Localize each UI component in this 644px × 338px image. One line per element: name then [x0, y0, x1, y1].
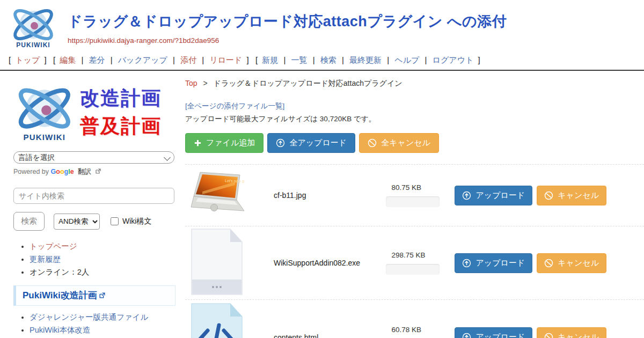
cancel-label: キャンセル — [558, 190, 599, 201]
top-navbar: [ トップ ] [ 編集 | 差分 | バックアップ | 添付 | リロード ]… — [0, 52, 644, 71]
sidebar-section-title[interactable]: PukiWiki改造計画 — [23, 290, 97, 300]
file-row: WikiSupportAddin082.exe 298.75 KB アップロード… — [185, 226, 644, 299]
cancel-button[interactable]: キャンセル — [537, 186, 606, 205]
cancel-label: キャンセル — [558, 332, 599, 338]
sidebar-logo[interactable]: PUKIWIKI 改造計画 普及計画 — [13, 79, 177, 145]
sidebar-logo-line2: 普及計画 — [80, 112, 162, 140]
upload-all-button[interactable]: 全アップロード — [267, 133, 355, 153]
page-url-link[interactable]: https://pukiwiki.dajya-ranger.com/?1bd2d… — [68, 36, 219, 45]
upload-circle-icon — [462, 333, 471, 338]
upload-label: アップロード — [475, 332, 525, 338]
nav-bracket: [ — [53, 55, 55, 64]
breadcrumb: Top > ドラッグ＆ドロップアップロード対応attachプラグイン — [185, 79, 644, 89]
sidebar-logo-line1: 改造計画 — [80, 84, 162, 112]
upload-button[interactable]: アップロード — [455, 186, 532, 205]
file-row: contents.html 60.78 KB アップロード キャンセル — [185, 299, 644, 338]
nav-link-logout[interactable]: ログアウト — [433, 55, 474, 64]
powered-by-label: Powered by — [13, 168, 49, 175]
nav-link-search[interactable]: 検索 — [320, 55, 336, 64]
sidebar-link-common-files[interactable]: ダジャレンジャー版共通ファイル — [30, 313, 148, 321]
nav-bracket: ] — [45, 55, 47, 64]
cancel-button[interactable]: キャンセル — [537, 253, 606, 273]
nav-link-diff[interactable]: 差分 — [89, 55, 105, 64]
sidebar-link-core-mods[interactable]: PukiWiki本体改造 — [30, 326, 91, 334]
google-translate-credit: Powered by Google 翻訳 — [13, 167, 177, 177]
nav-bracket: [ — [9, 55, 11, 64]
file-name: contents.html — [274, 333, 386, 338]
add-file-button[interactable]: ファイル追加 — [185, 133, 264, 153]
nav-separator: | — [387, 55, 389, 64]
nav-link-backup[interactable]: バックアップ — [118, 55, 167, 64]
site-search-input[interactable] — [13, 188, 174, 204]
wiki-syntax-checkbox[interactable] — [111, 217, 119, 225]
cancel-button[interactable]: キャンセル — [537, 327, 606, 338]
generic-file-icon — [189, 228, 244, 296]
nav-link-reload[interactable]: リロード — [209, 55, 242, 64]
wiki-syntax-label: Wiki構文 — [122, 217, 151, 226]
nav-separator: | — [111, 55, 113, 64]
list-item: PukiWiki本体改造 — [30, 325, 191, 335]
nav-separator: | — [81, 55, 83, 64]
nav-separator: | — [202, 55, 204, 64]
nav-link-help[interactable]: ヘルプ — [394, 55, 419, 64]
breadcrumb-separator: > — [203, 79, 207, 87]
page-title: ドラッグ＆ドロップアップロード対応attachプラグイン への添付 — [68, 12, 507, 31]
nav-separator: | — [342, 55, 344, 64]
nav-bracket: ] — [247, 55, 249, 64]
list-item: ダジャレンジャー版共通ファイル — [30, 312, 191, 322]
ban-icon — [368, 138, 377, 148]
nav-link-attach[interactable]: 添付 — [180, 55, 196, 64]
upload-circle-icon — [276, 138, 285, 148]
upload-button[interactable]: アップロード — [455, 327, 532, 338]
sidebar-link-history[interactable]: 更新履歴 — [30, 255, 61, 263]
breadcrumb-current: ドラッグ＆ドロップアップロード対応attachプラグイン — [214, 79, 402, 87]
max-upload-size-text: アップロード可能最大ファイルサイズは 30,720KB です。 — [185, 114, 644, 124]
upload-button[interactable]: アップロード — [455, 253, 532, 273]
all-pages-attachment-list-link[interactable]: [全ページの添付ファイル一覧] — [185, 101, 284, 111]
nav-separator: | — [173, 55, 175, 64]
file-size: 60.78 KB — [391, 326, 446, 334]
sidebar-menu: ダジャレンジャー版共通ファイル PukiWiki本体改造 PukiWikiテキス… — [13, 312, 191, 338]
search-mode-select[interactable]: AND検索 — [54, 214, 100, 230]
upload-circle-icon — [462, 259, 471, 268]
sidebar-logo-brand: PUKIWIKI — [24, 133, 66, 142]
nav-link-top[interactable]: トップ — [15, 55, 40, 64]
google-wordmark: Google — [51, 168, 74, 175]
list-item: オンライン：2人 — [30, 267, 177, 278]
main-content: Top > ドラッグ＆ドロップアップロード対応attachプラグイン [全ページ… — [177, 71, 644, 338]
sidebar: PUKIWIKI 改造計画 普及計画 言語を選択 Powered by Goog… — [0, 71, 177, 338]
nav-separator: | — [425, 55, 427, 64]
file-name: WikiSupportAddin082.exe — [274, 259, 386, 267]
translate-label[interactable]: 翻訳 — [78, 168, 91, 175]
html-file-icon — [189, 303, 244, 338]
breadcrumb-home-link[interactable]: Top — [185, 79, 197, 87]
nav-link-list[interactable]: 一覧 — [291, 55, 308, 64]
nav-link-new[interactable]: 新規 — [262, 55, 278, 64]
plus-icon — [194, 139, 202, 147]
upload-label: アップロード — [475, 190, 525, 201]
sidebar-link-toppage[interactable]: トップページ — [30, 242, 77, 251]
ban-icon — [544, 191, 553, 200]
cancel-all-button[interactable]: 全キャンセル — [359, 133, 439, 153]
search-button[interactable]: 検索 — [13, 212, 45, 231]
file-size: 298.75 KB — [391, 251, 446, 259]
cancel-label: キャンセル — [558, 258, 599, 268]
file-name: cf-b11.jpg — [274, 191, 386, 200]
external-link-icon — [96, 168, 101, 174]
nav-link-edit[interactable]: 編集 — [60, 55, 76, 64]
ban-icon — [544, 259, 553, 268]
external-link-icon — [99, 292, 105, 298]
language-select[interactable]: 言語を選択 — [13, 151, 174, 164]
upload-file-list: Let's note B cf-b11.jpg 80.75 KB アップロード — [185, 164, 644, 338]
upload-toolbar: ファイル追加 全アップロード 全キャンセル — [185, 133, 644, 153]
file-row: Let's note B cf-b11.jpg 80.75 KB アップロード — [185, 164, 644, 226]
upload-circle-icon — [462, 191, 471, 200]
nav-link-recent[interactable]: 最終更新 — [349, 55, 382, 64]
cancel-all-label: 全キャンセル — [381, 138, 430, 148]
pukiwiki-atom-icon: PUKIWIKI — [13, 80, 77, 144]
sidebar-section-box: PukiWiki改造計画 — [13, 285, 175, 306]
pukiwiki-logo-icon[interactable]: PUKIWIKI — [6, 4, 61, 50]
ban-icon — [544, 333, 553, 338]
nav-separator: | — [313, 55, 315, 64]
list-item: 更新履歴 — [30, 254, 177, 266]
